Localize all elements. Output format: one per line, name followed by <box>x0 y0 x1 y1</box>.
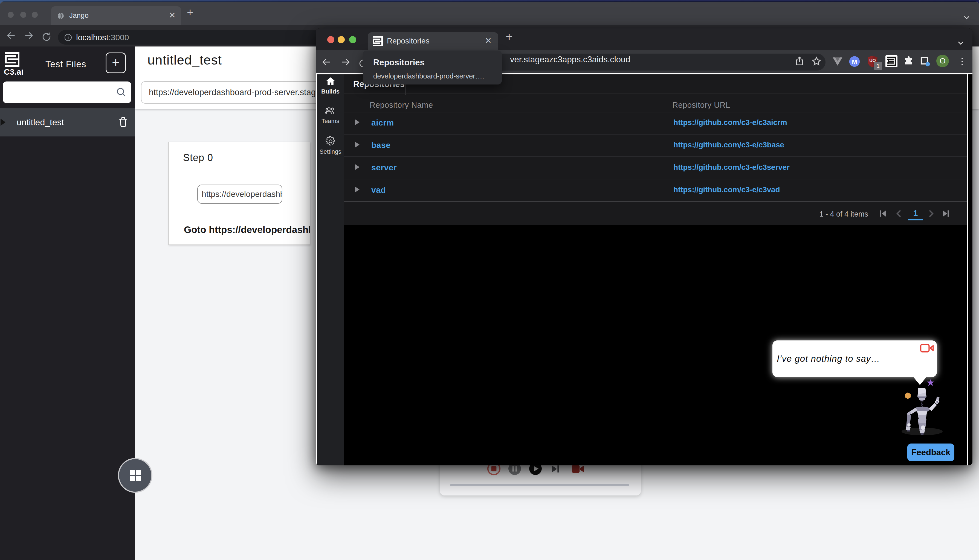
svg-text:M: M <box>852 58 857 65</box>
